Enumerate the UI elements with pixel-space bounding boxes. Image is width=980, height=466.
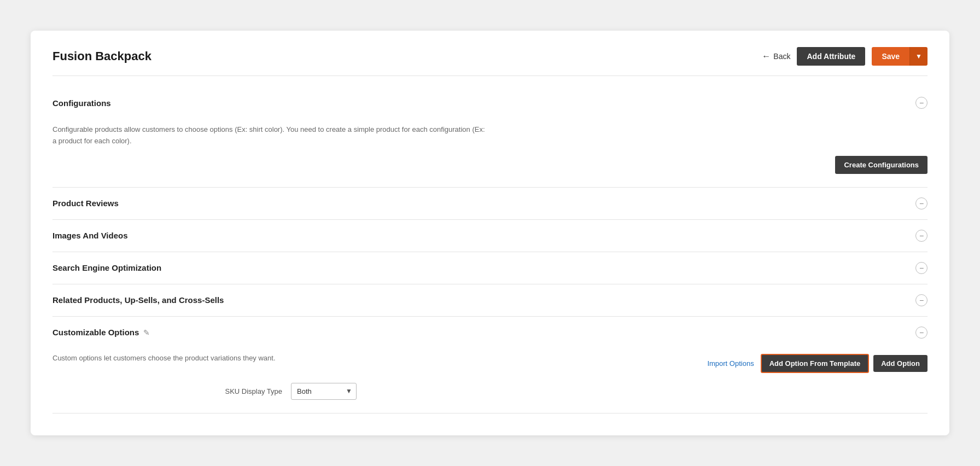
section-images-videos: Images And Videos −	[52, 220, 928, 252]
sku-display-row: SKU Display Type Fixed Both Dynamic ▼	[52, 383, 928, 400]
section-related-products: Related Products, Up-Sells, and Cross-Se…	[52, 284, 928, 317]
back-label: Back	[773, 52, 790, 61]
sku-display-label: SKU Display Type	[206, 387, 282, 395]
add-attribute-button[interactable]: Add Attribute	[797, 47, 865, 66]
import-options-link[interactable]: Import Options	[707, 359, 754, 368]
sku-display-select[interactable]: Fixed Both Dynamic	[291, 383, 357, 400]
save-button-group: Save ▼	[872, 47, 928, 66]
sku-display-select-wrapper: Fixed Both Dynamic ▼	[291, 383, 357, 400]
page-wrapper: Fusion Backpack ← Back Add Attribute Sav…	[31, 31, 949, 435]
section-related-products-header[interactable]: Related Products, Up-Sells, and Cross-Se…	[52, 284, 928, 316]
section-product-reviews-toggle[interactable]: −	[915, 197, 928, 209]
back-link[interactable]: ← Back	[762, 51, 790, 61]
header-actions: ← Back Add Attribute Save ▼	[762, 47, 928, 66]
section-configurations-toggle[interactable]: −	[915, 97, 928, 109]
section-customizable-options-toggle[interactable]: −	[915, 327, 928, 339]
section-images-videos-header[interactable]: Images And Videos −	[52, 220, 928, 252]
section-seo-header[interactable]: Search Engine Optimization −	[52, 252, 928, 284]
custom-options-actions: Import Options Add Option From Template …	[707, 354, 928, 373]
configurations-actions: Create Configurations	[52, 156, 928, 174]
page-title: Fusion Backpack	[52, 49, 151, 63]
configurations-description: Configurable products allow customers to…	[52, 124, 490, 147]
section-configurations-header[interactable]: Configurations −	[52, 87, 928, 119]
chevron-down-icon: ▼	[915, 53, 922, 60]
save-button[interactable]: Save	[872, 47, 909, 66]
custom-options-description: Custom options let customers choose the …	[52, 354, 276, 362]
section-product-reviews-header[interactable]: Product Reviews −	[52, 188, 928, 219]
add-option-from-template-button[interactable]: Add Option From Template	[761, 354, 870, 373]
section-related-products-toggle[interactable]: −	[915, 294, 928, 306]
section-product-reviews-title: Product Reviews	[52, 199, 119, 208]
section-customizable-options-body: Custom options let customers choose the …	[52, 348, 928, 413]
section-seo: Search Engine Optimization −	[52, 252, 928, 284]
section-seo-title: Search Engine Optimization	[52, 263, 161, 272]
add-option-button[interactable]: Add Option	[873, 355, 928, 372]
section-configurations-body: Configurable products allow customers to…	[52, 119, 928, 187]
section-related-products-title: Related Products, Up-Sells, and Cross-Se…	[52, 295, 224, 305]
section-configurations-title: Configurations	[52, 98, 111, 108]
section-customizable-options-header: Customizable Options ✎ −	[52, 317, 928, 348]
section-product-reviews: Product Reviews −	[52, 188, 928, 220]
section-configurations: Configurations − Configurable products a…	[52, 87, 928, 188]
section-customizable-options: Customizable Options ✎ − Custom options …	[52, 317, 928, 413]
back-arrow-icon: ←	[762, 51, 771, 61]
edit-icon[interactable]: ✎	[143, 328, 150, 337]
page-header: Fusion Backpack ← Back Add Attribute Sav…	[52, 47, 928, 76]
section-seo-toggle[interactable]: −	[915, 262, 928, 274]
section-customizable-options-title: Customizable Options	[52, 328, 139, 337]
create-configurations-button[interactable]: Create Configurations	[835, 156, 928, 174]
customizable-title-group: Customizable Options ✎	[52, 328, 150, 337]
save-dropdown-button[interactable]: ▼	[909, 47, 928, 66]
section-images-videos-toggle[interactable]: −	[915, 230, 928, 242]
section-images-videos-title: Images And Videos	[52, 231, 128, 240]
